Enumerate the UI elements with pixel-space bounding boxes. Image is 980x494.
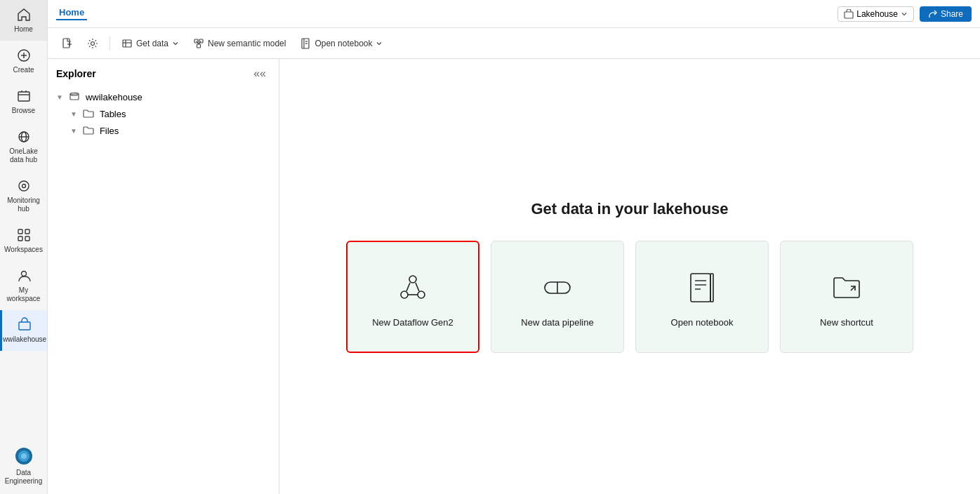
share-button[interactable]: Share bbox=[920, 6, 972, 22]
cards-row: New Dataflow Gen2 New data pipeline bbox=[346, 241, 913, 353]
tree-tables[interactable]: ▼ Tables bbox=[48, 105, 279, 122]
top-bar-right: Lakehouse Share bbox=[837, 6, 972, 22]
svg-point-39 bbox=[401, 291, 408, 298]
browse-icon bbox=[16, 88, 32, 104]
sidebar-item-onelake-label: OneLake data hub bbox=[3, 147, 44, 164]
sidebar-item-create[interactable]: Create bbox=[0, 41, 47, 81]
notebook-card-icon-area bbox=[681, 267, 723, 309]
settings-button[interactable] bbox=[81, 35, 104, 52]
lakehouse-label: Lakehouse bbox=[856, 9, 898, 19]
top-bar: Home Lakehouse Share bbox=[48, 0, 980, 28]
sidebar-item-workspaces[interactable]: Workspaces bbox=[0, 220, 47, 261]
sidebar-item-onelake[interactable]: OneLake data hub bbox=[0, 122, 47, 171]
svg-rect-19 bbox=[63, 39, 69, 48]
root-chevron-icon: ▼ bbox=[56, 93, 63, 101]
top-bar-left: Home bbox=[56, 7, 93, 20]
svg-rect-12 bbox=[25, 236, 29, 241]
create-icon bbox=[16, 48, 32, 63]
card-new-dataflow-gen2[interactable]: New Dataflow Gen2 bbox=[346, 241, 479, 353]
tree-files-label: Files bbox=[100, 126, 119, 136]
svg-rect-18 bbox=[845, 12, 853, 18]
svg-point-22 bbox=[91, 41, 95, 45]
new-file-icon bbox=[62, 38, 73, 49]
home-icon bbox=[16, 7, 32, 22]
folder-icon bbox=[83, 108, 94, 119]
svg-rect-46 bbox=[691, 274, 710, 302]
files-folder-icon bbox=[83, 125, 94, 136]
card-open-notebook-label: Open notebook bbox=[671, 317, 734, 328]
card-new-dataflow-gen2-label: New Dataflow Gen2 bbox=[372, 317, 453, 328]
shortcut-icon-area bbox=[826, 267, 868, 309]
svg-line-41 bbox=[406, 283, 410, 291]
card-new-data-pipeline[interactable]: New data pipeline bbox=[491, 241, 624, 353]
dataflow-icon-area bbox=[392, 267, 434, 309]
toolbar-separator-1 bbox=[110, 36, 110, 51]
sidebar-item-myworkspace[interactable]: My workspace bbox=[0, 261, 47, 310]
pipeline-icon-area bbox=[536, 267, 578, 309]
sidebar-item-home[interactable]: Home bbox=[0, 0, 47, 41]
sidebar-item-browse[interactable]: Browse bbox=[0, 81, 47, 122]
explorer-title: Explorer bbox=[56, 68, 96, 79]
sidebar-item-workspaces-label: Workspaces bbox=[4, 246, 43, 254]
pipeline-icon bbox=[539, 269, 576, 306]
myworkspace-icon bbox=[16, 268, 32, 283]
tables-chevron-icon: ▼ bbox=[70, 110, 77, 118]
svg-point-40 bbox=[418, 291, 425, 298]
get-data-button[interactable]: Get data bbox=[116, 35, 185, 52]
explorer-panel: Explorer «« ▼ wwilakehouse ▼ Tables bbox=[48, 59, 279, 494]
tree-root[interactable]: ▼ wwilakehouse bbox=[48, 88, 279, 105]
chevron-down-icon bbox=[901, 11, 908, 18]
data-engineering-icon bbox=[14, 446, 34, 466]
svg-rect-47 bbox=[710, 274, 713, 302]
sidebar-item-browse-label: Browse bbox=[12, 107, 35, 115]
explorer-collapse-button[interactable]: «« bbox=[249, 66, 270, 81]
svg-rect-10 bbox=[25, 229, 29, 234]
monitoring-icon bbox=[16, 178, 32, 194]
new-item-button[interactable] bbox=[56, 35, 79, 52]
notebook-icon bbox=[300, 38, 311, 49]
files-chevron-icon: ▼ bbox=[70, 127, 77, 135]
explorer-header: Explorer «« bbox=[48, 59, 279, 88]
share-icon bbox=[928, 9, 938, 19]
new-semantic-model-button[interactable]: New semantic model bbox=[187, 35, 291, 52]
card-open-notebook[interactable]: Open notebook bbox=[635, 241, 769, 353]
content-area: Explorer «« ▼ wwilakehouse ▼ Tables bbox=[48, 59, 980, 494]
toolbar: Get data New semantic model bbox=[48, 28, 980, 59]
sidebar-item-create-label: Create bbox=[13, 66, 34, 74]
sidebar-nav: Home Create Browse bbox=[0, 0, 48, 494]
get-data-chevron-icon bbox=[172, 40, 179, 47]
onelake-icon bbox=[16, 129, 32, 145]
svg-rect-28 bbox=[197, 44, 201, 48]
sidebar-item-wwilakehouse-label: wwilakehouse bbox=[3, 335, 46, 344]
gear-icon bbox=[87, 38, 98, 49]
shortcut-icon bbox=[830, 271, 863, 305]
notebook-chevron-icon bbox=[376, 40, 383, 47]
get-data-label: Get data bbox=[136, 39, 168, 48]
card-new-shortcut[interactable]: New shortcut bbox=[780, 241, 913, 353]
tree-files[interactable]: ▼ Files bbox=[48, 122, 279, 139]
svg-point-17 bbox=[21, 453, 27, 459]
sidebar-item-data-engineering[interactable]: Data Engineering bbox=[0, 439, 47, 494]
main-content: Get data in your lakehouse bbox=[279, 59, 980, 494]
svg-point-38 bbox=[409, 276, 416, 283]
svg-rect-11 bbox=[18, 236, 22, 241]
lakehouse-button[interactable]: Lakehouse bbox=[837, 6, 914, 22]
sidebar-item-monitoring[interactable]: Monitoring hub bbox=[0, 171, 47, 220]
svg-rect-23 bbox=[123, 40, 131, 47]
workspaces-icon bbox=[16, 227, 32, 243]
dataflow-icon bbox=[395, 269, 431, 306]
share-label: Share bbox=[941, 9, 963, 19]
wwilakehouse-icon bbox=[17, 317, 32, 333]
tree-tables-label: Tables bbox=[100, 109, 126, 119]
svg-rect-14 bbox=[19, 322, 30, 330]
open-notebook-button[interactable]: Open notebook bbox=[294, 35, 388, 52]
svg-point-13 bbox=[21, 272, 26, 276]
tab-home[interactable]: Home bbox=[56, 7, 87, 20]
lakehouse-icon bbox=[844, 9, 854, 19]
data-engineering-label: Data Engineering bbox=[3, 469, 44, 486]
svg-rect-9 bbox=[18, 229, 22, 234]
get-data-icon bbox=[121, 38, 133, 49]
notebook-card-icon bbox=[685, 271, 719, 305]
svg-point-7 bbox=[19, 181, 29, 191]
sidebar-item-wwilakehouse[interactable]: wwilakehouse bbox=[0, 310, 47, 351]
